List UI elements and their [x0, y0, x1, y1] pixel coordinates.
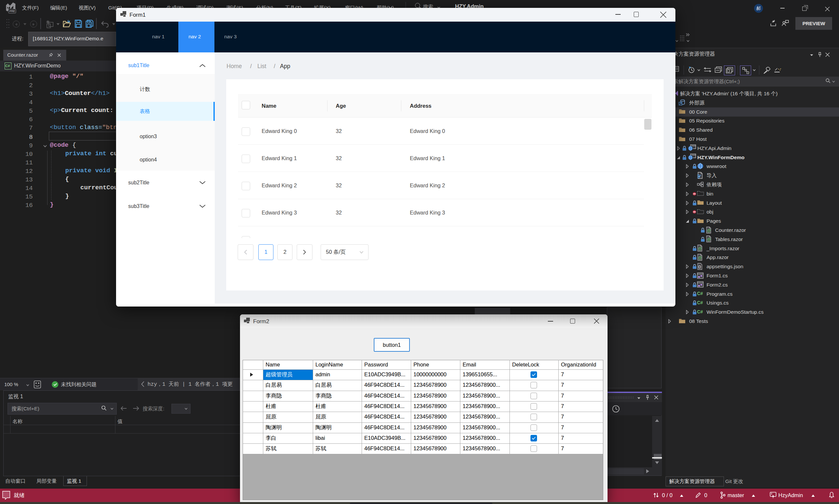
svg-text:{}: {}	[698, 265, 701, 269]
svg-text:@: @	[707, 237, 711, 242]
svg-text:@: @	[707, 228, 711, 233]
svg-text:@: @	[698, 246, 702, 251]
svg-text:@: @	[698, 255, 702, 260]
